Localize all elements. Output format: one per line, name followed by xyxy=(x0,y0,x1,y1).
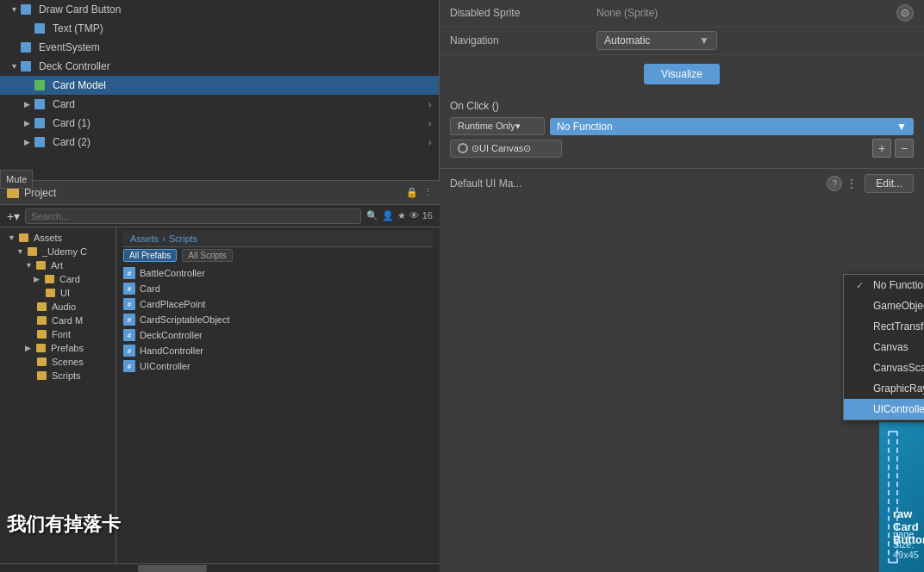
tree-item-scripts[interactable]: Scripts xyxy=(0,369,116,382)
breadcrumb-item[interactable]: Assets xyxy=(130,233,159,244)
mute-label: Mute xyxy=(0,170,33,189)
tree-arrow: ▶ xyxy=(25,344,34,352)
disabled-sprite-row: Disabled Sprite None (Sprite) ⊙ xyxy=(440,0,924,27)
list-item[interactable]: #HandController xyxy=(123,343,433,358)
left-panel: ▼Draw Card ButtonText (TMP)EventSystem▼D… xyxy=(0,0,440,572)
list-item[interactable]: #DeckController xyxy=(123,327,433,343)
list-item[interactable]: #Card xyxy=(123,281,433,296)
folder-icon xyxy=(37,316,47,325)
list-item[interactable]: #CardPlacePoint xyxy=(123,296,433,312)
hierarchy-label: Card xyxy=(53,98,75,110)
default-ui-label: Default UI Ma... xyxy=(450,177,827,190)
edit-button[interactable]: Edit... xyxy=(865,174,914,193)
navigation-row: Navigation Automatic ▼ xyxy=(440,27,924,55)
list-item[interactable]: #UIController xyxy=(123,358,433,374)
minus-button[interactable]: − xyxy=(895,139,914,158)
hierarchy-item-deck-controller[interactable]: ▼Deck Controller xyxy=(0,57,439,76)
filter-row: All Prefabs All Scripts xyxy=(123,247,433,262)
hierarchy-item-card-model[interactable]: Card Model xyxy=(0,76,439,95)
onclick-func-row: Runtime Only▾ No Function ▼ xyxy=(450,117,914,135)
search-input[interactable] xyxy=(25,208,361,224)
add-button[interactable]: +▾ xyxy=(7,209,20,223)
tree-item-card[interactable]: ▶Card xyxy=(0,272,116,286)
visualize-button[interactable]: Visualize xyxy=(644,64,720,84)
scrollbar-thumb[interactable] xyxy=(138,565,207,572)
horizontal-scrollbar[interactable] xyxy=(0,563,440,572)
tree-arrow: ▶ xyxy=(34,275,42,283)
tree-item-font[interactable]: Font xyxy=(0,327,116,341)
tree-item-audio[interactable]: Audio xyxy=(0,300,116,314)
hierarchy-label: Card (1) xyxy=(53,117,91,129)
project-header: Project 🔒 ⋮ xyxy=(0,181,440,205)
tree-item-ui[interactable]: UI xyxy=(0,286,116,300)
tree-item-scenes[interactable]: Scenes xyxy=(0,355,116,369)
tree-item-card-m[interactable]: Card M xyxy=(0,314,116,327)
hierarchy-arrow: ▼ xyxy=(10,5,19,14)
navigation-value: Automatic xyxy=(604,34,650,47)
disabled-sprite-label: Disabled Sprite xyxy=(450,7,596,19)
project-title: Project xyxy=(24,187,406,199)
menu-label: Canvas xyxy=(873,341,908,353)
folder-icon xyxy=(36,261,46,270)
hierarchy-item-card-2[interactable]: ▶Card (2)› xyxy=(0,133,439,152)
runtime-dropdown[interactable]: Runtime Only▾ xyxy=(450,117,545,135)
uicanvas-row-wrap: ⊙UI Canvas⊙ + − xyxy=(450,139,914,158)
kebab-button[interactable]: ⋮ xyxy=(846,177,858,190)
file-label: CardScriptableObject xyxy=(140,314,230,325)
help-button[interactable]: ? xyxy=(827,176,842,191)
file-label: CardPlacePoint xyxy=(140,299,205,309)
menu-item-recttransform[interactable]: RectTransform▶ xyxy=(844,316,924,337)
list-item[interactable]: #BattleController xyxy=(123,265,433,281)
uicanvas-badge[interactable]: ⊙UI Canvas⊙ xyxy=(450,140,562,158)
hierarchy-icon xyxy=(19,40,33,54)
menu-item-canvas[interactable]: Canvas▶ xyxy=(844,337,924,358)
filter-prefabs-button[interactable]: All Prefabs xyxy=(123,249,177,262)
tree-arrow: ▼ xyxy=(16,247,25,256)
hierarchy-item-draw-card-button[interactable]: ▼Draw Card Button xyxy=(0,0,439,19)
tree-item-prefabs[interactable]: ▶Prefabs xyxy=(0,341,116,355)
filter-scripts-button[interactable]: All Scripts xyxy=(182,249,232,262)
menu-label: GameObject xyxy=(873,300,924,312)
canvas-size-label: nage Size: 49x45 xyxy=(893,529,924,560)
hierarchy-icon xyxy=(33,78,47,92)
tree-label: Card M xyxy=(52,315,83,326)
hierarchy-icon xyxy=(19,59,33,73)
hierarchy-item-card[interactable]: ▶Card› xyxy=(0,95,439,114)
cs-file-icon: # xyxy=(123,314,135,326)
search-icon: 🔍 xyxy=(366,210,378,221)
hierarchy-item-event-system[interactable]: EventSystem xyxy=(0,38,439,57)
menu-item-canvasscaler[interactable]: CanvasScaler▶ xyxy=(844,358,924,378)
lock-icon: 🔒 xyxy=(406,187,418,198)
list-item[interactable]: #CardScriptableObject xyxy=(123,312,433,327)
menu-item-gameobject[interactable]: GameObject▶ xyxy=(844,295,924,316)
no-function-dropdown[interactable]: No Function ▼ xyxy=(550,118,914,135)
menu-label: UIController xyxy=(873,403,924,415)
chinese-caption: 我们有掉落卡 xyxy=(7,512,121,538)
hierarchy-icon xyxy=(33,97,47,111)
left-context-menu: ✓No FunctionGameObject▶RectTransform▶Can… xyxy=(843,274,924,420)
onclick-section: On Click () Runtime Only▾ No Function ▼ … xyxy=(440,93,924,168)
cs-file-icon: # xyxy=(123,267,135,279)
right-panel: Disabled Sprite None (Sprite) ⊙ Navigati… xyxy=(440,0,924,572)
hierarchy-item-card-1[interactable]: ▶Card (1)› xyxy=(0,114,439,133)
menu-item-uicontroller[interactable]: UIController▶ xyxy=(844,399,924,420)
disabled-sprite-picker[interactable]: ⊙ xyxy=(896,4,914,22)
tree-arrow: ▼ xyxy=(8,233,16,242)
count-label: 16 xyxy=(422,210,433,221)
breadcrumb-item[interactable]: Scripts xyxy=(169,233,198,244)
tree-item-art[interactable]: ▼Art xyxy=(0,258,116,272)
plus-button[interactable]: + xyxy=(872,139,891,158)
navigation-dropdown[interactable]: Automatic ▼ xyxy=(596,31,717,50)
menu-item-no-function[interactable]: ✓No Function xyxy=(844,275,924,295)
file-label: DeckController xyxy=(140,330,203,340)
hierarchy-label: EventSystem xyxy=(39,41,100,53)
tree-item-_udemy-c[interactable]: ▼_Udemy C xyxy=(0,245,116,258)
chevron-right-icon: › xyxy=(428,100,439,109)
folder-icon xyxy=(37,330,47,339)
tree-item-assets[interactable]: ▼Assets xyxy=(0,231,116,245)
menu-item-graphicraycaster[interactable]: GraphicRaycaster▶ xyxy=(844,378,924,399)
hierarchy-label: Card (2) xyxy=(53,136,91,148)
hierarchy-item-text-tmp[interactable]: Text (TMP) xyxy=(0,19,439,38)
folder-icon xyxy=(19,233,28,242)
hierarchy-label: Draw Card Button xyxy=(39,3,121,16)
